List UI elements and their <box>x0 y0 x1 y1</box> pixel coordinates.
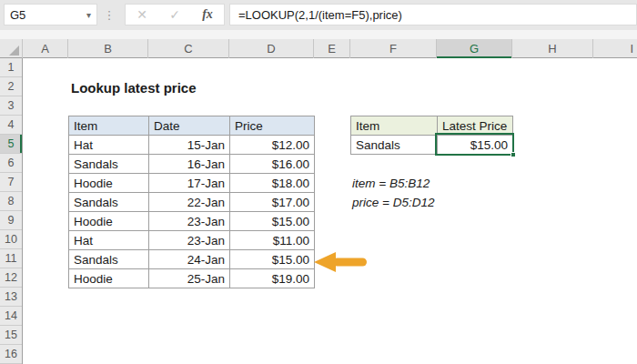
data-table-header-price[interactable]: Price <box>230 116 315 136</box>
row-header-6[interactable]: 6 <box>0 154 22 173</box>
cell[interactable]: 17-Jan <box>149 174 230 193</box>
row-header-1[interactable]: 1 <box>0 58 22 77</box>
name-box[interactable]: G5 ▾ <box>4 4 97 25</box>
data-table-header-date[interactable]: Date <box>149 116 230 136</box>
cell[interactable]: Hoodie <box>69 269 149 288</box>
cell[interactable]: $11.00 <box>230 231 315 250</box>
row-header-12[interactable]: 12 <box>0 268 22 288</box>
column-header-b[interactable]: B <box>68 39 148 58</box>
column-header-h[interactable]: H <box>512 39 593 58</box>
cell[interactable]: Sandals <box>351 136 438 155</box>
cell[interactable]: $12.00 <box>230 136 315 155</box>
cell[interactable]: $17.00 <box>230 193 315 212</box>
cell-g5-active[interactable]: $15.00 <box>438 136 513 155</box>
formula-bar-controls: ✕ ✓ fx <box>125 4 225 25</box>
column-header-d[interactable]: D <box>229 39 314 58</box>
cell[interactable]: Hoodie <box>69 174 149 193</box>
result-table-header-latest-price[interactable]: Latest Price <box>438 116 513 136</box>
row-headers: 1 2 3 4 5 6 7 8 9 10 11 12 13 14 15 16 <box>0 58 23 364</box>
column-header-g-selected[interactable]: G <box>437 39 512 58</box>
cell[interactable]: Sandals <box>69 250 149 269</box>
cancel-icon[interactable]: ✕ <box>136 7 147 22</box>
table-row: Sandals 22-Jan $17.00 <box>69 193 315 212</box>
row-header-14[interactable]: 14 <box>0 307 22 326</box>
column-header-e[interactable]: E <box>314 39 350 58</box>
named-range-note-price[interactable]: price = D5:D12 <box>352 193 434 212</box>
column-header-i[interactable]: I <box>593 39 637 58</box>
data-table-header-item[interactable]: Item <box>69 116 149 136</box>
cell[interactable]: 23-Jan <box>149 212 230 231</box>
row-header-16[interactable]: 16 <box>0 345 22 364</box>
row-header-9[interactable]: 9 <box>0 211 22 230</box>
select-all-triangle-icon <box>9 46 19 56</box>
cell[interactable]: 15-Jan <box>149 136 230 155</box>
result-table-header-item[interactable]: Item <box>351 116 438 136</box>
sheet-title[interactable]: Lookup latest price <box>71 78 197 97</box>
formula-bar-divider <box>0 30 637 39</box>
cell[interactable]: 24-Jan <box>149 250 230 269</box>
insert-function-icon[interactable]: fx <box>202 7 213 22</box>
cell[interactable]: 23-Jan <box>149 231 230 250</box>
row-header-4[interactable]: 4 <box>0 116 22 135</box>
formula-input[interactable]: =LOOKUP(2,1/(item=F5),price) <box>229 4 637 25</box>
formula-bar-drag-handle-icon: ⋮ <box>103 4 116 25</box>
table-row: Hoodie 17-Jan $18.00 <box>69 174 315 193</box>
column-headers: A B C D E F G H I <box>0 39 637 58</box>
row-header-8[interactable]: 8 <box>0 192 22 211</box>
name-box-value: G5 <box>10 8 25 22</box>
table-row: Hoodie 23-Jan $15.00 <box>69 212 315 231</box>
row-header-11[interactable]: 11 <box>0 249 22 268</box>
column-header-f[interactable]: F <box>350 39 437 58</box>
cell[interactable]: 16-Jan <box>149 155 230 174</box>
data-table: Item Date Price Hat 15-Jan $12.00 Sandal… <box>68 116 315 288</box>
cell[interactable]: $16.00 <box>230 155 315 174</box>
cell[interactable]: 22-Jan <box>149 193 230 212</box>
row-header-10[interactable]: 10 <box>0 230 22 249</box>
row-header-2[interactable]: 2 <box>0 77 22 96</box>
table-row: Hat 15-Jan $12.00 <box>69 136 315 155</box>
result-table: Item Latest Price Sandals $15.00 <box>350 116 513 155</box>
enter-icon[interactable]: ✓ <box>169 7 180 22</box>
table-row: Hoodie 25-Jan $19.00 <box>69 269 315 288</box>
cell[interactable]: $18.00 <box>230 174 315 193</box>
row-header-7[interactable]: 7 <box>0 173 22 192</box>
cell[interactable]: $19.00 <box>230 269 315 288</box>
row-header-3[interactable]: 3 <box>0 96 22 116</box>
row-header-13[interactable]: 13 <box>0 288 22 307</box>
cell[interactable]: Hoodie <box>69 212 149 231</box>
fill-handle[interactable] <box>511 152 516 157</box>
table-row: Sandals 16-Jan $16.00 <box>69 155 315 174</box>
cell[interactable]: Hat <box>69 136 149 155</box>
cell[interactable]: $15.00 <box>230 212 315 231</box>
cell[interactable]: Sandals <box>69 155 149 174</box>
table-row: Hat 23-Jan $11.00 <box>69 231 315 250</box>
row-header-15[interactable]: 15 <box>0 326 22 345</box>
cell[interactable]: $15.00 <box>230 250 315 269</box>
row-header-5-selected[interactable]: 5 <box>0 135 22 154</box>
cell[interactable]: Sandals <box>69 193 149 212</box>
column-header-c[interactable]: C <box>148 39 229 58</box>
named-range-note-item[interactable]: item = B5:B12 <box>352 174 430 193</box>
column-header-a[interactable]: A <box>23 39 68 58</box>
formula-bar: G5 ▾ ⋮ ✕ ✓ fx =LOOKUP(2,1/(item=F5),pric… <box>0 0 637 30</box>
annotation-arrow-icon <box>314 252 370 272</box>
name-box-dropdown-icon[interactable]: ▾ <box>86 10 91 20</box>
cell[interactable]: 25-Jan <box>149 269 230 288</box>
select-all-button[interactable] <box>0 39 23 58</box>
table-row: Sandals $15.00 <box>351 136 513 155</box>
cell[interactable]: Hat <box>69 231 149 250</box>
table-row: Sandals 24-Jan $15.00 <box>69 250 315 269</box>
